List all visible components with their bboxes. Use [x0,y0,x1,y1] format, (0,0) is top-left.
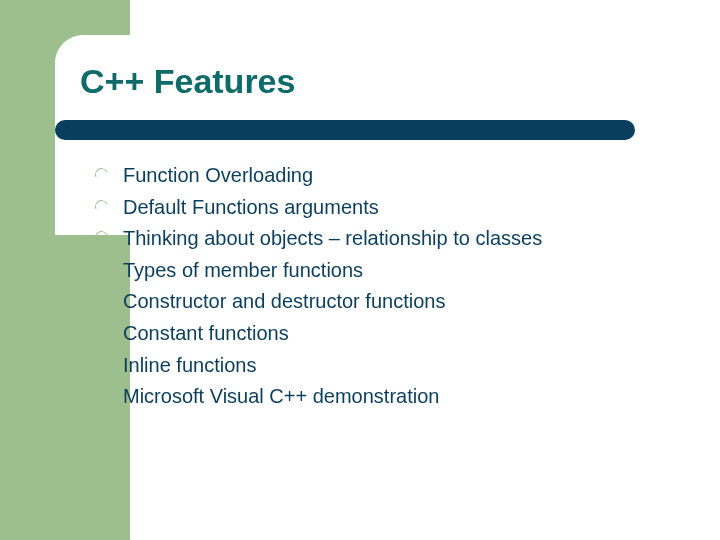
title-underline-bar [55,120,635,140]
slide-title: C++ Features [80,62,295,101]
list-item: Inline functions [95,350,542,382]
list-item: Constant functions [95,318,542,350]
bullet-list: Function Overloading Default Functions a… [95,160,542,413]
list-item: Thinking about objects – relationship to… [95,223,542,255]
list-item: Default Functions arguments [95,192,542,224]
list-item: Types of member functions [95,255,542,287]
list-item: Constructor and destructor functions [95,286,542,318]
list-item: Function Overloading [95,160,542,192]
list-item: Microsoft Visual C++ demonstration [95,381,542,413]
